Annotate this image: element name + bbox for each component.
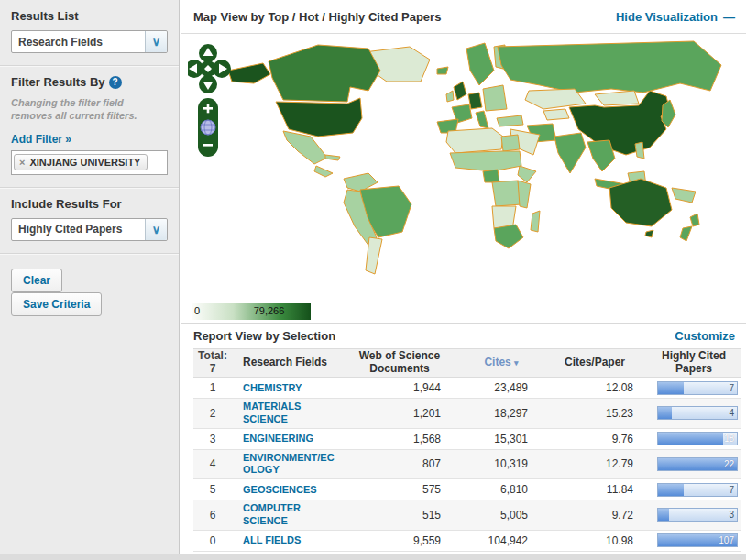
row-rank: 3 xyxy=(193,433,232,445)
row-rank: 0 xyxy=(193,534,232,547)
map-header: Map View by Top / Hot / Highly Cited Pap… xyxy=(181,0,746,34)
region-north-africa xyxy=(446,128,503,153)
country-egypt xyxy=(501,135,520,151)
col-cites: Cites ▾ xyxy=(459,357,543,369)
pan-control xyxy=(188,44,231,93)
country-japan xyxy=(662,100,675,127)
region-sahel xyxy=(450,151,521,171)
region-scandinavia xyxy=(466,43,494,85)
report-section: Report View by Selection Customize Total… xyxy=(181,323,746,552)
row-docs: 9,559 xyxy=(340,534,459,547)
map-controls[interactable] xyxy=(188,41,234,162)
table-row: 5 GEOSCIENCES 575 6,810 11.84 7 xyxy=(193,479,741,500)
report-header: Report View by Selection Customize xyxy=(181,324,746,348)
region-southeast-asia xyxy=(587,140,615,171)
country-new-zealand-south xyxy=(680,226,692,241)
country-ireland xyxy=(446,91,454,102)
clear-button[interactable]: Clear xyxy=(11,269,62,292)
results-list-select[interactable]: Research Fields ∨ xyxy=(11,30,168,53)
col-wos-documents: Web of Science Documents xyxy=(340,350,459,376)
map-title: Map View by Top / Hot / Highly Cited Pap… xyxy=(193,10,616,24)
country-uk xyxy=(454,82,466,100)
row-docs: 1,944 xyxy=(340,381,459,394)
research-field-link[interactable]: ALL FIELDS xyxy=(243,534,301,547)
save-criteria-button[interactable]: Save Criteria xyxy=(11,292,102,316)
chevron-down-icon: ∨ xyxy=(145,219,167,240)
bar-value: 18 xyxy=(724,434,734,444)
table-row: 6 COMPUTER SCIENCE 515 5,005 9.72 3 xyxy=(193,500,741,531)
row-docs: 1,201 xyxy=(340,407,459,420)
country-new-zealand-north xyxy=(690,214,699,226)
filter-input[interactable]: × XINJIANG UNIVERSITY xyxy=(11,150,168,175)
row-cites-per-paper: 9.72 xyxy=(543,509,646,522)
filter-tag-label: XINJIANG UNIVERSITY xyxy=(29,157,140,168)
table-row: 1 CHEMISTRY 1,944 23,489 12.08 7 xyxy=(193,378,741,399)
sidebar-buttons: Clear Save Criteria xyxy=(0,254,179,328)
remove-filter-icon[interactable]: × xyxy=(19,157,25,168)
region-eastern-europe xyxy=(483,85,507,111)
cites-sort-link[interactable]: Cites ▾ xyxy=(484,356,518,368)
research-field-link[interactable]: COMPUTER SCIENCE xyxy=(243,502,335,528)
col-research-fields: Research Fields xyxy=(232,357,340,369)
country-alaska xyxy=(228,63,270,83)
bar-value: 22 xyxy=(724,459,734,469)
country-philippines xyxy=(635,142,644,159)
highly-cited-bar: 7 xyxy=(657,381,738,395)
col-highly-cited-papers: Highly Cited Papers xyxy=(646,350,741,376)
country-usa xyxy=(276,98,362,137)
country-madagascar xyxy=(531,211,540,232)
hide-visualization-link[interactable]: Hide Visualization— xyxy=(616,10,735,24)
table-header-row: Total: 7 Research Fields Web of Science … xyxy=(193,348,741,378)
row-docs: 575 xyxy=(340,483,459,496)
region-horn-of-africa xyxy=(518,166,536,182)
include-results-section: Include Results For Highly Cited Papers … xyxy=(0,188,179,254)
research-field-link[interactable]: ENVIRONMENT/ECOLOGY xyxy=(243,452,335,478)
bar-value: 7 xyxy=(729,485,734,495)
zoom-control xyxy=(198,98,218,157)
research-field-link[interactable]: MATERIALS SCIENCE xyxy=(243,401,335,426)
include-results-select[interactable]: Highly Cited Papers ∨ xyxy=(11,218,168,241)
region-east-africa xyxy=(518,181,531,208)
country-russia xyxy=(498,41,721,93)
filter-section: Filter Results By? Changing the filter f… xyxy=(0,66,179,188)
bar-value: 4 xyxy=(729,408,734,418)
country-australia xyxy=(609,179,672,226)
bar-value: 7 xyxy=(729,383,734,393)
region-tasmania xyxy=(645,230,653,237)
country-cuba xyxy=(325,155,340,160)
highly-cited-bar: 7 xyxy=(657,483,738,497)
row-rank: 5 xyxy=(193,483,232,496)
row-cites: 15,301 xyxy=(459,433,543,445)
row-rank: 1 xyxy=(193,381,232,394)
row-rank: 2 xyxy=(193,407,232,420)
country-turkey xyxy=(497,115,523,126)
region-congo xyxy=(492,181,521,206)
map-legend: 0 79,266 xyxy=(192,303,311,320)
table-row: 2 MATERIALS SCIENCE 1,201 18,297 15.23 4 xyxy=(193,399,741,429)
world-map[interactable] xyxy=(181,34,746,309)
region-central-asia xyxy=(543,109,569,120)
row-docs: 515 xyxy=(340,509,459,522)
customize-link[interactable]: Customize xyxy=(675,329,735,343)
region-new-guinea xyxy=(672,188,696,203)
country-iceland xyxy=(437,67,448,74)
row-cites: 23,489 xyxy=(459,381,543,394)
map-view: 0 79,266 xyxy=(181,34,746,323)
filter-heading: Filter Results By? xyxy=(11,75,168,89)
add-filter-link[interactable]: Add Filter » xyxy=(11,133,71,146)
research-field-link[interactable]: CHEMISTRY xyxy=(243,382,302,395)
row-cites-per-paper: 12.08 xyxy=(543,381,646,394)
research-field-link[interactable]: GEOSCIENCES xyxy=(243,484,317,497)
legend-max: 79,266 xyxy=(254,305,285,316)
results-list-heading: Results List xyxy=(11,9,168,23)
highly-cited-bar: 107 xyxy=(657,533,738,547)
include-results-heading: Include Results For xyxy=(11,197,168,211)
legend-min: 0 xyxy=(194,305,200,316)
results-list-selected-value: Research Fields xyxy=(12,36,145,49)
help-icon[interactable]: ? xyxy=(109,76,122,89)
country-kazakhstan xyxy=(525,89,586,109)
research-field-link[interactable]: ENGINEERING xyxy=(243,433,313,445)
row-cites-per-paper: 10.98 xyxy=(543,534,646,547)
collapse-icon: — xyxy=(723,10,735,24)
table-row: 0 ALL FIELDS 9,559 104,942 10.98 107 xyxy=(193,531,741,552)
